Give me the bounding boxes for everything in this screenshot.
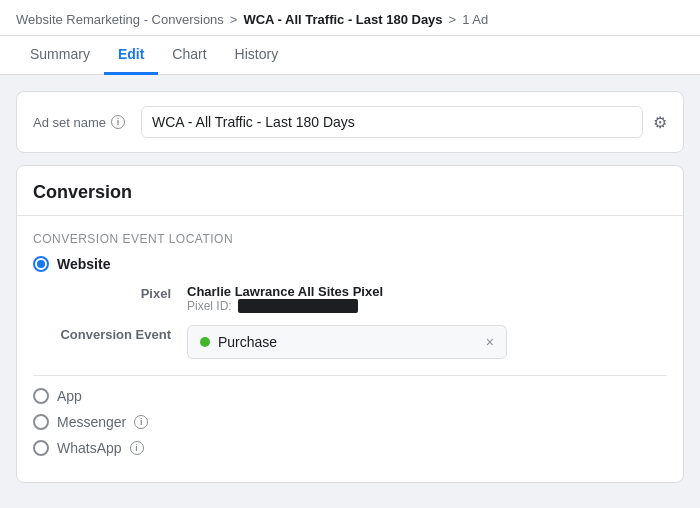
conversion-event-label: Conversion Event: [57, 325, 187, 342]
radio-app[interactable]: App: [33, 388, 667, 404]
radio-messenger[interactable]: Messenger i: [33, 414, 667, 430]
adset-name-card: Ad set name i ⚙: [16, 91, 684, 153]
event-location-label: Conversion Event Location: [33, 232, 667, 246]
breadcrumb-item-2[interactable]: WCA - All Traffic - Last 180 Days: [243, 12, 442, 27]
conversion-event-box[interactable]: Purchase ×: [187, 325, 507, 359]
conversion-title: Conversion: [17, 166, 683, 216]
tab-summary[interactable]: Summary: [16, 36, 104, 75]
tab-chart[interactable]: Chart: [158, 36, 220, 75]
other-options: App Messenger i WhatsApp i: [33, 375, 667, 456]
breadcrumb: Website Remarketing - Conversions > WCA …: [0, 0, 700, 36]
adset-name-info-icon[interactable]: i: [111, 115, 125, 129]
pixel-id-redacted: [238, 299, 358, 313]
tab-bar: Summary Edit Chart History: [0, 36, 700, 75]
pixel-id-row: Pixel ID:: [187, 299, 383, 313]
pixel-row-label: Pixel: [57, 284, 187, 301]
radio-circle-website: [33, 256, 49, 272]
radio-circle-app: [33, 388, 49, 404]
conversion-card: Conversion Conversion Event Location Web…: [16, 165, 684, 483]
pixel-name: Charlie Lawrance All Sites Pixel: [187, 284, 383, 299]
adset-name-label: Ad set name i: [33, 115, 125, 130]
breadcrumb-sep-2: >: [449, 12, 457, 27]
conversion-event-value: Purchase: [218, 334, 470, 350]
pixel-info: Charlie Lawrance All Sites Pixel Pixel I…: [187, 284, 383, 313]
breadcrumb-sep-1: >: [230, 12, 238, 27]
close-icon[interactable]: ×: [486, 334, 494, 350]
green-status-dot: [200, 337, 210, 347]
breadcrumb-item-3[interactable]: 1 Ad: [462, 12, 488, 27]
radio-label-messenger: Messenger: [57, 414, 126, 430]
messenger-info-icon[interactable]: i: [134, 415, 148, 429]
radio-whatsapp[interactable]: WhatsApp i: [33, 440, 667, 456]
adset-name-row: Ad set name i ⚙: [17, 92, 683, 152]
conversion-event-row: Conversion Event Purchase ×: [57, 325, 667, 359]
radio-circle-messenger: [33, 414, 49, 430]
breadcrumb-item-1[interactable]: Website Remarketing - Conversions: [16, 12, 224, 27]
pixel-id-label: Pixel ID:: [187, 299, 232, 313]
adset-name-input[interactable]: [141, 106, 643, 138]
conversion-body: Conversion Event Location Website Pixel …: [17, 216, 683, 482]
radio-label-website: Website: [57, 256, 110, 272]
pixel-section: Pixel Charlie Lawrance All Sites Pixel P…: [33, 284, 667, 359]
main-content: Ad set name i ⚙ Conversion Conversion Ev…: [0, 75, 700, 499]
radio-label-whatsapp: WhatsApp: [57, 440, 122, 456]
radio-circle-whatsapp: [33, 440, 49, 456]
tab-edit[interactable]: Edit: [104, 36, 158, 75]
radio-label-app: App: [57, 388, 82, 404]
whatsapp-info-icon[interactable]: i: [130, 441, 144, 455]
radio-website[interactable]: Website: [33, 256, 667, 272]
tab-history[interactable]: History: [221, 36, 293, 75]
pixel-row: Pixel Charlie Lawrance All Sites Pixel P…: [57, 284, 667, 313]
gear-icon[interactable]: ⚙: [653, 113, 667, 132]
